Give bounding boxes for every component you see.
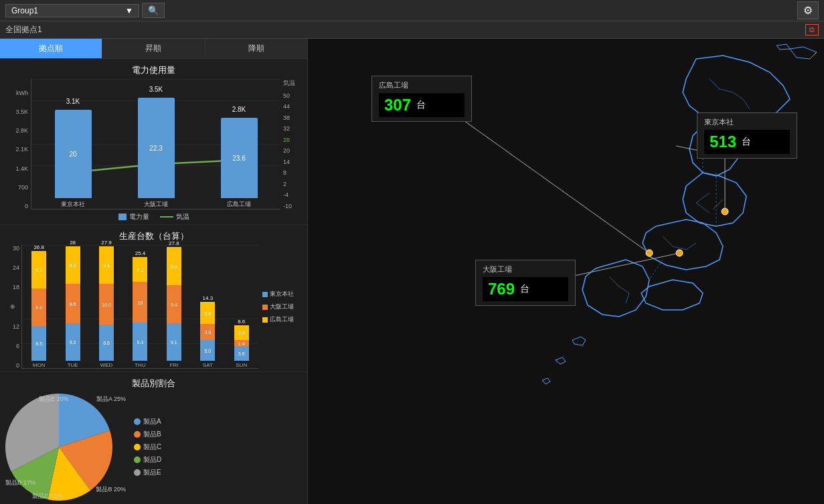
svg-line-15 [720,89,733,92]
pie-label-c: 製品C 18% [32,492,62,501]
bar-hiroshima-temp: 23.6 [232,155,245,162]
tokyo-number: 513 [710,133,736,151]
expand-button[interactable]: ⧉ [805,24,819,35]
tokyo-value-box: 513 台 [704,130,790,154]
svg-line-9 [663,236,673,246]
svg-line-20 [626,293,629,303]
bar-tokyo-temp: 20 [69,151,76,158]
bar-tokyo: 3.1K 20 東京本社 [50,110,96,209]
y-axis-left: kWh 3.5K 2.8K 2.1K 1.4K 700 0 [5,79,31,209]
tab-ascending[interactable]: 昇順 [102,39,205,58]
subheader-text: 全国拠点1 [5,24,42,35]
bar-hiroshima: 2.8K 23.6 広島工場 [216,118,262,209]
svg-line-10 [673,246,686,250]
prod-legend-tokyo: 東京本社 [262,290,302,299]
pie-label-b: 製品B 20% [96,485,126,494]
prod-legend-osaka: 大阪工場 [262,303,302,311]
pie-label-a: 製品A 25% [96,395,126,404]
pie-legend-d: 製品D [134,455,161,465]
subheader: 全国拠点1 ⧉ [0,21,824,39]
hiroshima-title: 広島工場 [379,80,465,90]
svg-line-19 [619,286,629,293]
hiroshima-number: 307 [384,96,411,114]
location-box-hiroshima: 広島工場 307 台 [372,76,472,122]
prod-legend: 東京本社 大阪工場 広島工場 [258,245,302,369]
svg-line-8 [713,199,723,209]
svg-line-17 [743,99,750,109]
svg-line-16 [733,92,743,99]
prod-bar-fri: 27.8 9.1 9.4 9.3 FRI [167,240,181,368]
right-panel: 広島工場 307 台 東京本社 513 台 大阪工場 769 台 [308,39,824,504]
pie-legend-a: 製品A [134,417,161,426]
hiroshima-value-box: 307 台 [379,93,465,117]
pie-legend-b: 製品B [134,430,161,439]
prod-y-axis: 30 24 18 ⊕ 12 6 0 [5,245,21,369]
production-chart-title: 生産台数（台算） [5,230,302,242]
main-layout: 拠点順 昇順 降順 電力使用量 kWh 3.5K 2.8K 2.1K 1.4K [0,39,824,504]
pie-legend-e: 製品E [134,468,161,477]
pie-legend: 製品A 製品B 製品C 製品D [134,417,161,477]
prod-bars-area: 26.8 8.5 9.2 9.1 MON 28 9.2 9.6 [21,245,258,369]
pie-chart-title: 製品別割合 [5,377,302,390]
prod-bar-tue: 28 9.2 9.6 9.2 TUE [66,240,80,368]
tokyo-title: 東京本社 [704,117,790,127]
left-panel: 拠点順 昇順 降順 電力使用量 kWh 3.5K 2.8K 2.1K 1.4K [0,39,308,504]
electricity-chart-section: 電力使用量 kWh 3.5K 2.8K 2.1K 1.4K 700 0 [0,59,307,225]
prod-bar-sun: 8.6 3.6 1.4 3.6 SUN [234,319,249,368]
tab-bar: 拠点順 昇順 降順 [0,39,307,59]
tab-descending[interactable]: 降順 [205,39,307,58]
prod-bar-mon: 26.8 8.5 9.2 9.1 MON [31,244,46,368]
prod-legend-hiroshima: 広島工場 [262,315,302,324]
hiroshima-unit: 台 [416,99,426,111]
prod-bar-wed: 27.9 8.8 10.0 9.1 WED [99,240,114,368]
pie-label-d: 製品D 17% [5,479,35,487]
electricity-chart-title: 電力使用量 [5,64,302,76]
header: Group1 ▼ 🔍 ⚙ [0,0,824,21]
pie-chart-container: 製品E 20% 製品A 25% 製品D 17% 製品B 20% 製品C 18% … [5,394,302,501]
tab-locations[interactable]: 拠点順 [0,39,102,58]
osaka-value-box: 769 台 [483,277,568,301]
bar-tokyo-label: 3.1K [66,98,80,105]
bar-osaka-label: 3.5K [149,86,163,93]
svg-line-7 [696,203,710,213]
bar-hiroshima-label: 2.8K [232,106,246,113]
group-selector[interactable]: Group1 ▼ [5,4,139,17]
pie-svg-wrapper: 製品E 20% 製品A 25% 製品D 17% 製品B 20% 製品C 18% [5,394,126,501]
bar-osaka: 3.5K 22.3 大阪工場 [133,98,179,209]
search-button[interactable]: 🔍 [142,3,165,18]
production-chart-inner: 30 24 18 ⊕ 12 6 0 26.8 8.5 9.2 [5,245,302,369]
pie-chart-section: 製品別割合 [0,372,307,504]
legend-temp: 気温 [160,212,189,222]
production-chart-section: 生産台数（台算） 30 24 18 ⊕ 12 6 0 26.8 [0,225,307,372]
settings-button[interactable]: ⚙ [797,1,819,19]
prod-bar-sat: 14.3 5.0 3.9 5.4 SAT [200,295,215,368]
bar-tokyo-name: 東京本社 [61,200,85,209]
y-axis-right: 気温 50 44 38 32 26 20 14 8 2 -4 -10 [280,79,302,209]
bar-osaka-temp: 22.3 [149,145,162,152]
svg-line-6 [696,193,710,203]
bar-hiroshima-name: 広島工場 [227,200,251,209]
legend-power: 電力量 [118,212,149,222]
group-label: Group1 [11,6,38,15]
electricity-legend: 電力量 気温 [5,212,302,222]
dropdown-icon: ▼ [125,6,133,15]
svg-line-14 [710,79,720,89]
electricity-chart-inner: kWh 3.5K 2.8K 2.1K 1.4K 700 0 [5,79,302,209]
svg-line-11 [686,243,696,250]
svg-line-24 [462,119,649,253]
osaka-number: 769 [488,280,515,299]
svg-line-18 [609,276,619,286]
chart-bars-area: 3.1K 20 東京本社 3.5K 22.3 [31,79,280,209]
tokyo-unit: 台 [742,136,751,148]
location-box-tokyo: 東京本社 513 台 [697,112,797,159]
pie-legend-c: 製品C [134,442,161,452]
prod-bar-thu: 25.4 9.3 10 6.1 THU [133,250,147,368]
bar-osaka-name: 大阪工場 [144,200,168,209]
osaka-unit: 台 [520,283,529,295]
osaka-title: 大阪工場 [483,264,568,274]
location-box-osaka: 大阪工場 769 台 [475,260,576,306]
pie-label-e: 製品E 20% [39,395,69,404]
